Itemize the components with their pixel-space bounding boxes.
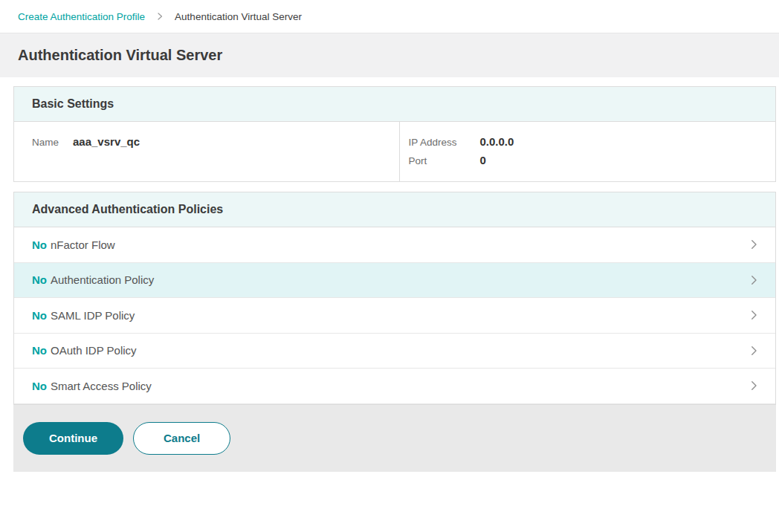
policy-count: No xyxy=(32,344,47,357)
chevron-right-icon xyxy=(747,238,760,251)
chevron-right-icon xyxy=(155,12,164,21)
cancel-button[interactable]: Cancel xyxy=(133,422,230,455)
chevron-right-icon xyxy=(747,273,760,287)
port-value: 0 xyxy=(480,154,486,166)
policy-count: No xyxy=(32,309,47,322)
page-title: Authentication Virtual Server xyxy=(18,47,761,64)
chevron-right-icon xyxy=(747,308,760,322)
breadcrumb-link-create-authentication-profile[interactable]: Create Authentication Profile xyxy=(18,11,145,22)
basic-settings-body: Name aaa_vsrv_qc IP Address 0.0.0.0 Port… xyxy=(14,122,775,181)
policy-row-authentication-policy[interactable]: NoAuthentication Policy xyxy=(14,263,775,299)
advanced-policies-header: Advanced Authentication Policies xyxy=(14,192,775,227)
policy-count: No xyxy=(32,380,47,392)
policy-row-text: NoAuthentication Policy xyxy=(32,273,154,286)
port-label: Port xyxy=(409,155,470,166)
policy-label: nFactor Flow xyxy=(51,239,115,251)
policy-label: SAML IDP Policy xyxy=(51,309,135,322)
continue-button[interactable]: Continue xyxy=(23,422,123,455)
basic-settings-right-column: IP Address 0.0.0.0 Port 0 xyxy=(399,122,776,181)
policy-label: Smart Access Policy xyxy=(51,380,152,392)
ip-address-value: 0.0.0.0 xyxy=(480,135,514,148)
port-field: Port 0 xyxy=(409,154,758,166)
name-field: Name aaa_vsrv_qc xyxy=(32,135,381,148)
policy-row-saml-idp-policy[interactable]: NoSAML IDP Policy xyxy=(14,298,775,334)
policy-row-text: NoSAML IDP Policy xyxy=(32,309,135,322)
policy-count: No xyxy=(32,273,47,286)
name-value: aaa_vsrv_qc xyxy=(73,135,140,148)
main-content: Basic Settings Name aaa_vsrv_qc IP Addre… xyxy=(0,77,779,472)
policy-row-text: NonFactor Flow xyxy=(32,239,115,251)
basic-settings-title: Basic Settings xyxy=(32,97,114,110)
policy-row-smart-access-policy[interactable]: NoSmart Access Policy xyxy=(14,369,775,404)
footer-action-bar: Continue Cancel xyxy=(13,405,776,472)
name-label: Name xyxy=(32,137,62,148)
advanced-policies-title: Advanced Authentication Policies xyxy=(32,203,223,215)
policy-row-text: NoOAuth IDP Policy xyxy=(32,344,137,357)
basic-settings-panel: Basic Settings Name aaa_vsrv_qc IP Addre… xyxy=(13,86,776,182)
ip-address-field: IP Address 0.0.0.0 xyxy=(409,135,758,148)
policy-label: OAuth IDP Policy xyxy=(51,344,137,357)
chevron-right-icon xyxy=(747,344,760,357)
page-title-bar: Authentication Virtual Server xyxy=(0,33,779,77)
policy-count: No xyxy=(32,239,47,251)
policy-row-text: NoSmart Access Policy xyxy=(32,380,152,392)
basic-settings-header: Basic Settings xyxy=(14,87,775,122)
policy-label: Authentication Policy xyxy=(51,273,154,286)
chevron-right-icon xyxy=(747,379,760,392)
breadcrumb: Create Authentication Profile Authentica… xyxy=(0,0,779,33)
breadcrumb-current-page: Authentication Virtual Server xyxy=(175,11,302,22)
ip-address-label: IP Address xyxy=(409,137,470,148)
policy-row-nfactor-flow[interactable]: NonFactor Flow xyxy=(14,227,775,263)
advanced-authentication-policies-panel: Advanced Authentication Policies NonFact… xyxy=(13,192,776,405)
policy-row-oauth-idp-policy[interactable]: NoOAuth IDP Policy xyxy=(14,334,775,369)
basic-settings-left-column: Name aaa_vsrv_qc xyxy=(14,122,399,181)
